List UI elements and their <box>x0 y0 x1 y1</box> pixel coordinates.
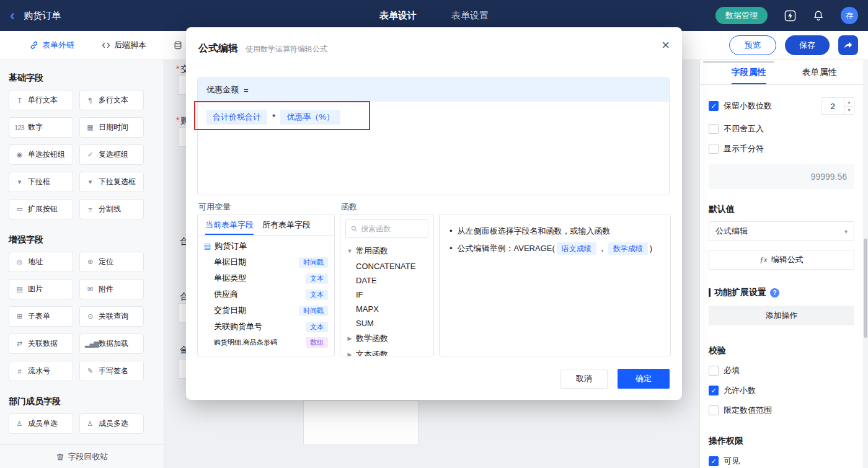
window-scrollbar[interactable] <box>863 60 868 468</box>
field-button-linked-data[interactable]: ⇄关联数据 <box>9 333 73 354</box>
basic-fields-grid: T单行文本 ¶多行文本 123数字 ▦日期时间 ◉单选按钮组 ✓复选框组 ▾下拉… <box>0 90 164 219</box>
variable-row[interactable]: 供应商文本 <box>198 286 334 302</box>
visible-checkbox[interactable] <box>709 456 719 466</box>
field-button-location[interactable]: ⊕定位 <box>79 252 144 272</box>
variable-name: 单据类型 <box>214 273 246 284</box>
bell-icon[interactable] <box>812 9 825 22</box>
function-group-common[interactable]: ▼常用函数 <box>340 243 433 259</box>
function-search-box[interactable] <box>345 219 428 238</box>
tab-all-form-fields[interactable]: 所有表单字段 <box>262 214 311 235</box>
field-button-select[interactable]: ▾下拉框 <box>9 172 73 192</box>
back-chevron-icon[interactable]: ‹ <box>10 8 15 23</box>
number-icon: 123 <box>14 124 24 131</box>
tab-field-properties[interactable]: 字段属性 <box>732 60 766 84</box>
modal-footer: 取消 确定 <box>560 369 670 389</box>
field-label: 成员多选 <box>99 418 128 429</box>
value-range-checkbox[interactable] <box>709 405 719 415</box>
required-checkbox[interactable] <box>709 366 719 376</box>
code-icon <box>102 41 110 50</box>
field-label: 成员单选 <box>28 418 58 429</box>
variables-panel: 当前表单字段 所有表单字段 ▤ 购货订单 单据日期时间戳 单据类型文本 供应商文… <box>197 214 335 356</box>
variable-row[interactable]: 关联购货单号文本 <box>198 319 334 335</box>
field-button-text[interactable]: T单行文本 <box>9 90 73 110</box>
no-rounding-checkbox[interactable] <box>709 124 719 134</box>
required-star: * <box>176 64 179 74</box>
default-value-title: 默认值 <box>709 204 854 215</box>
no-rounding-label: 不四舍五入 <box>724 123 764 135</box>
field-button-image[interactable]: ▤图片 <box>9 279 73 299</box>
field-button-address[interactable]: ◎地址 <box>9 252 73 272</box>
edit-formula-button[interactable]: ƒx 编辑公式 <box>709 250 854 270</box>
field-label: 单选按钮组 <box>28 149 65 160</box>
cancel-button[interactable]: 取消 <box>560 369 608 389</box>
backend-script-label: 后端脚本 <box>114 40 146 51</box>
field-button-number[interactable]: 123数字 <box>9 117 73 138</box>
field-label: 数据加载 <box>99 338 128 349</box>
tab-form-properties[interactable]: 表单属性 <box>802 60 837 84</box>
section-basic-fields-title: 基础字段 <box>0 73 164 84</box>
field-button-datetime[interactable]: ▦日期时间 <box>79 117 144 138</box>
backend-script-item[interactable]: 后端脚本 <box>102 40 146 51</box>
variable-row[interactable]: 购货明细.商品条形码数组 <box>198 335 334 350</box>
preview-button[interactable]: 预览 <box>729 35 776 55</box>
formula-field-chip[interactable]: 优惠率（%） <box>280 110 340 125</box>
variable-row[interactable]: 单据类型文本 <box>198 270 334 286</box>
tab-current-form-fields[interactable]: 当前表单字段 <box>205 214 254 235</box>
field-button-attachment[interactable]: ✉附件 <box>79 279 144 299</box>
formula-field-chip[interactable]: 合计价税合计 <box>206 110 267 125</box>
field-button-serial-number[interactable]: #流水号 <box>9 361 73 381</box>
save-button[interactable]: 保存 <box>785 35 830 55</box>
field-button-subform[interactable]: ⊞子表单 <box>9 306 73 327</box>
function-group-math[interactable]: ▶数学函数 <box>340 330 433 347</box>
field-button-radio-group[interactable]: ◉单选按钮组 <box>9 144 73 165</box>
field-recycle-bin[interactable]: 字段回收站 <box>0 444 164 468</box>
function-item[interactable]: SUM <box>340 316 433 330</box>
tab-form-settings[interactable]: 表单设置 <box>451 10 489 22</box>
default-value-select[interactable]: 公式编辑 ▾ <box>709 221 854 241</box>
field-button-textarea[interactable]: ¶多行文本 <box>79 90 144 110</box>
variables-root-node[interactable]: ▤ 购货订单 <box>198 236 334 254</box>
stepper-down-icon[interactable]: ▼ <box>844 107 854 115</box>
functions-panel: ▼常用函数 CONCATENATE DATE IF MAPX SUM ▶数学函数… <box>340 214 434 356</box>
example-field-chip: 语文成绩 <box>557 242 596 255</box>
variable-row[interactable]: 交货日期时间戳 <box>198 302 334 319</box>
decimal-places-value[interactable]: 2 <box>822 98 844 114</box>
field-button-data-load[interactable]: ▂▄▆数据加载 <box>79 333 144 354</box>
field-button-divider[interactable]: ≡分割线 <box>79 199 144 219</box>
field-label: 下拉复选框 <box>99 177 136 187</box>
function-item[interactable]: CONCATENATE <box>340 259 433 273</box>
allow-decimal-checkbox[interactable] <box>709 386 719 395</box>
decimal-places-checkbox[interactable] <box>709 101 719 111</box>
field-button-member-multi[interactable]: ♙成员多选 <box>79 413 144 434</box>
attachment-icon: ✉ <box>85 285 95 293</box>
variable-row[interactable]: 单据日期时间戳 <box>198 254 334 270</box>
data-manage-button[interactable]: 数据管理 <box>715 7 768 24</box>
share-button[interactable] <box>838 35 858 55</box>
field-button-signature[interactable]: ✎手写签名 <box>79 361 144 381</box>
confirm-button[interactable]: 确定 <box>618 369 670 389</box>
form-external-link-item[interactable]: 表单外链 <box>30 40 74 51</box>
scrollbar-thumb[interactable] <box>864 239 867 338</box>
function-search-input[interactable] <box>361 224 423 233</box>
function-item[interactable]: IF <box>340 288 433 302</box>
field-button-member-single[interactable]: ♙成员单选 <box>9 413 73 434</box>
stepper-up-icon[interactable]: ▲ <box>844 98 854 107</box>
canvas-subform-outline[interactable] <box>303 400 418 445</box>
function-item[interactable]: MAPX <box>340 302 433 316</box>
function-group-text[interactable]: ▶文本函数 <box>340 347 433 356</box>
field-button-extend-button[interactable]: ▭扩展按钮 <box>9 199 73 219</box>
field-palette-sidebar: 基础字段 T单行文本 ¶多行文本 123数字 ▦日期时间 ◉单选按钮组 ✓复选框… <box>0 60 164 468</box>
flash-icon[interactable] <box>784 9 796 22</box>
thousand-separator-checkbox[interactable] <box>709 144 719 154</box>
field-button-linked-query[interactable]: ⊙关联查询 <box>79 306 144 327</box>
field-button-checkbox-group[interactable]: ✓复选框组 <box>79 144 144 165</box>
avatar[interactable]: 存 <box>841 7 858 24</box>
function-item[interactable]: DATE <box>340 273 433 288</box>
close-icon[interactable]: × <box>662 38 670 52</box>
formula-input-area[interactable]: 合计价税合计 * 优惠率（%） <box>198 102 669 133</box>
field-button-multi-select[interactable]: ▾下拉复选框 <box>79 172 144 192</box>
decimal-places-stepper[interactable]: 2 ▲▼ <box>821 97 854 115</box>
add-action-button[interactable]: 添加操作 <box>709 306 854 325</box>
tab-form-design[interactable]: 表单设计 <box>379 10 417 22</box>
help-icon[interactable]: ? <box>770 288 779 298</box>
